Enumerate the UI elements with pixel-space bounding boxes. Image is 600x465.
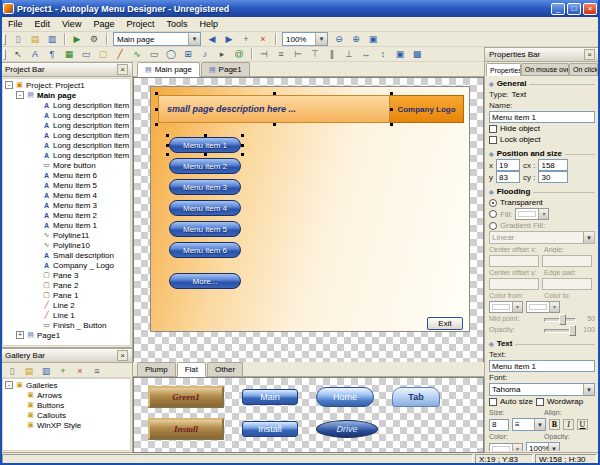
gallery-thumbnail[interactable]: Main <box>242 389 298 405</box>
tree-item[interactable]: AMenu item 4 <box>3 190 130 200</box>
font-select[interactable]: Tahoma▾ <box>489 383 595 396</box>
zoom-combobox[interactable]: 100% ▾ <box>282 32 328 46</box>
tree-item[interactable]: AMenu item 1 <box>3 220 130 230</box>
align-top-icon[interactable]: ⊤ <box>307 47 323 61</box>
gallery-thumbnail[interactable]: Install <box>148 418 224 440</box>
new-project-icon[interactable]: ▯ <box>10 32 26 46</box>
x-input[interactable] <box>496 159 520 171</box>
menu-item[interactable]: Help <box>193 19 224 29</box>
tree-item[interactable]: ▢Pane 2 <box>3 280 130 290</box>
tree-item[interactable]: -▣Project: Project1 <box>3 80 130 90</box>
properties-tab[interactable]: On mouse over <box>521 63 569 75</box>
tree-item[interactable]: ASmall description <box>3 250 130 260</box>
save-project-icon[interactable]: ▥ <box>44 32 60 46</box>
gradient-fill-radio[interactable] <box>489 222 497 230</box>
mid-point-slider[interactable] <box>544 314 576 323</box>
center-offset-y-input[interactable] <box>489 278 539 290</box>
align-bottom-icon[interactable]: ⊥ <box>341 47 357 61</box>
tree-item[interactable]: -▤Main page <box>3 90 130 100</box>
tree-item[interactable]: ╱Line 2 <box>3 300 130 310</box>
section-flooding[interactable]: ◆ Flooding <box>489 185 595 197</box>
fill-opacity-slider[interactable] <box>544 325 576 334</box>
next-page-icon[interactable]: ▶ <box>221 32 237 46</box>
properties-bar-close-button[interactable]: × <box>584 49 595 60</box>
tree-item[interactable]: ▣Arrows <box>3 390 130 400</box>
minimize-button[interactable]: _ <box>551 3 565 15</box>
gallery-thumbnail[interactable]: Tab <box>392 387 440 407</box>
tree-item[interactable]: ALong description item 2 <box>3 140 130 150</box>
menu-item-object[interactable]: Menu item 4 <box>169 200 241 216</box>
view-mode-icon[interactable]: ≡ <box>89 364 105 378</box>
menu-item[interactable]: Page <box>87 19 120 29</box>
wordwrap-checkbox[interactable] <box>536 398 544 406</box>
menu-item[interactable]: Project <box>120 19 160 29</box>
name-input[interactable] <box>489 111 595 123</box>
tree-item[interactable]: ▭Finish _ Button <box>3 320 130 330</box>
auto-size-checkbox[interactable] <box>489 398 497 406</box>
open-project-icon[interactable]: ▤ <box>27 32 43 46</box>
tree-item[interactable]: ▭More button <box>3 160 130 170</box>
toolbar-grip[interactable] <box>3 49 6 60</box>
toolbar-grip[interactable] <box>3 34 6 45</box>
new-gallery-icon[interactable]: ▯ <box>4 364 20 378</box>
send-to-back-icon[interactable]: ▩ <box>409 47 425 61</box>
section-general[interactable]: ◆ General <box>489 77 595 89</box>
underline-button[interactable]: U <box>577 419 588 430</box>
section-position-size[interactable]: ◆ Position and size <box>489 147 595 159</box>
hotspot-tool-icon[interactable]: ⊞ <box>180 47 196 61</box>
tree-item[interactable]: ▣Callouts <box>3 410 130 420</box>
section-text[interactable]: ◆ Text <box>489 337 595 349</box>
menu-item-object[interactable]: Menu item 3 <box>169 179 241 195</box>
tree-item[interactable]: ALong description item 6 <box>3 100 130 110</box>
prev-page-icon[interactable]: ◀ <box>204 32 220 46</box>
zoom-fit-icon[interactable]: ▣ <box>365 32 381 46</box>
tree-expand-toggle[interactable]: + <box>16 331 24 339</box>
lock-object-checkbox[interactable] <box>489 136 497 144</box>
center-offset-x-input[interactable] <box>489 255 539 267</box>
page-tab[interactable]: ▤Main page <box>137 62 200 77</box>
menu-item-object[interactable]: Menu item 1 <box>169 137 241 153</box>
gallery-tab[interactable]: Flat <box>177 362 206 377</box>
tree-item[interactable]: AMenu item 5 <box>3 180 130 190</box>
fill-radio[interactable] <box>489 210 497 218</box>
close-button[interactable]: × <box>583 3 597 15</box>
tree-item[interactable]: ALong description item 4 <box>3 120 130 130</box>
tree-item[interactable]: ╱Line 1 <box>3 310 130 320</box>
bold-button[interactable]: B <box>549 419 560 430</box>
tree-item[interactable]: ACompany _ Logo <box>3 260 130 270</box>
tree-item[interactable]: ▣Buttons <box>3 400 130 410</box>
tree-expand-toggle[interactable]: - <box>5 81 13 89</box>
menu-item-object[interactable]: Menu item 6 <box>169 242 241 258</box>
bring-to-front-icon[interactable]: ▣ <box>392 47 408 61</box>
preview-icon[interactable]: ▶ <box>69 32 85 46</box>
ellipse-tool-icon[interactable]: ◯ <box>163 47 179 61</box>
text-color-select[interactable]: ▾ <box>489 443 523 452</box>
delete-gallery-item-icon[interactable]: × <box>72 364 88 378</box>
delete-page-icon[interactable]: × <box>255 32 271 46</box>
italic-button[interactable]: I <box>563 419 574 430</box>
align-select[interactable]: ≡▾ <box>512 418 546 431</box>
gallery-thumbnail[interactable]: Drive <box>316 420 378 438</box>
polyline-tool-icon[interactable]: ∿ <box>129 47 145 61</box>
page-tab[interactable]: ▤Page1 <box>201 62 250 76</box>
more-button-object[interactable]: More... <box>169 273 241 289</box>
text-tool-icon[interactable]: A <box>27 47 43 61</box>
zoom-out-icon[interactable]: ⊖ <box>331 32 347 46</box>
gallery-thumbnail[interactable]: Home <box>316 387 374 407</box>
small-description-object[interactable]: small page description here ... <box>158 95 390 123</box>
edge-pad-input[interactable] <box>542 278 592 290</box>
gradient-type-select[interactable]: Linear▾ <box>489 231 595 244</box>
button-tool-icon[interactable]: ▭ <box>78 47 94 61</box>
tree-item[interactable]: ∿Polyline11 <box>3 230 130 240</box>
company-logo-object[interactable]: Company Logo <box>390 95 464 123</box>
tree-expand-toggle[interactable]: - <box>16 91 24 99</box>
tree-item[interactable]: ▣WinXP Style <box>3 420 130 430</box>
align-left-icon[interactable]: ⊣ <box>256 47 272 61</box>
project-bar-close-button[interactable]: × <box>117 64 128 75</box>
properties-tab[interactable]: On click <box>569 63 598 75</box>
y-input[interactable] <box>496 171 520 183</box>
tree-item[interactable]: ALong description item 5 <box>3 110 130 120</box>
tree-item[interactable]: -▣Galleries <box>3 380 130 390</box>
line-tool-icon[interactable]: ╱ <box>112 47 128 61</box>
cx-input[interactable] <box>538 159 568 171</box>
